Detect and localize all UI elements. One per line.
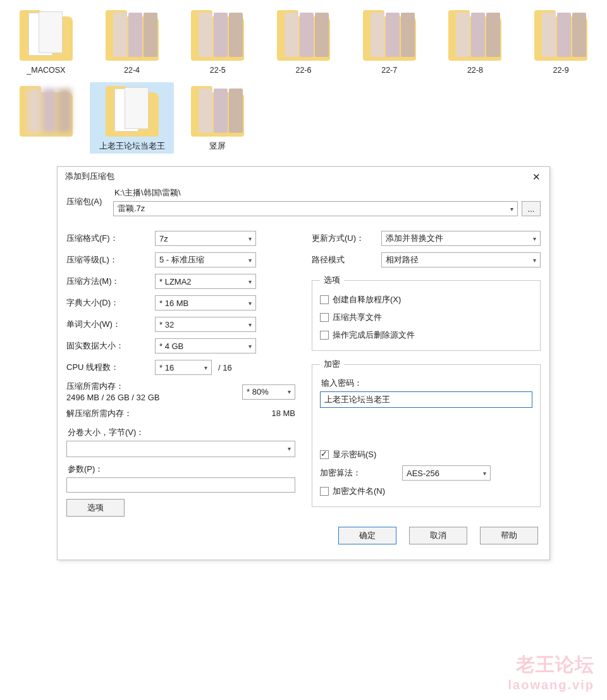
options-button[interactable]: 选项	[66, 499, 125, 517]
dict-label: 字典大小(D)：	[66, 297, 155, 309]
folder-label: 上老王论坛当老王	[91, 142, 173, 152]
method-select[interactable]: * LZMA2▾	[155, 274, 256, 289]
shared-checkbox[interactable]	[320, 313, 329, 322]
pathmode-select[interactable]: 相对路径▾	[381, 252, 541, 267]
dialog-7zip-add: 添加到压缩包 ✕ 压缩包(A) K:\主播\韩国\雷颖\ 雷颖.7z▾ ...	[57, 166, 550, 560]
options-legend: 选项	[320, 274, 344, 286]
folder-icon	[15, 85, 78, 138]
word-select[interactable]: * 32▾	[155, 317, 256, 332]
algo-label: 加密算法：	[320, 467, 402, 479]
encnames-checkbox[interactable]	[320, 487, 329, 496]
folder-item[interactable]: 22-6	[261, 6, 346, 78]
word-label: 单词大小(W)：	[66, 319, 155, 330]
pwd-input[interactable]: 上老王论坛当老王	[320, 391, 532, 408]
folder-icon	[272, 9, 335, 62]
split-label: 分卷大小，字节(V)：	[68, 427, 295, 438]
dict-select[interactable]: * 16 MB▾	[155, 295, 256, 310]
folder-icon	[186, 85, 249, 138]
folder-item[interactable]: 22-8	[433, 6, 518, 78]
folder-label: 竖屏	[176, 142, 259, 152]
help-button[interactable]: 帮助	[480, 527, 538, 544]
folder-item[interactable]	[4, 82, 89, 154]
folder-label: 22-4	[91, 66, 173, 76]
threads-total: / 16	[218, 363, 232, 372]
archive-label: 压缩包(A)	[66, 196, 113, 207]
folder-item[interactable]: _MACOSX	[4, 6, 89, 78]
threads-label: CPU 线程数：	[66, 362, 155, 373]
right-column: 更新方式(U)： 添加并替换文件▾ 路径模式 相对路径▾ 选项 创建自释放程序(…	[312, 228, 541, 520]
update-select[interactable]: 添加并替换文件▾	[381, 231, 541, 246]
params-input[interactable]	[66, 477, 295, 493]
mem-pack-value: 2496 MB / 26 GB / 32 GB	[66, 392, 159, 403]
folder-label: 22-6	[262, 66, 345, 76]
folder-item[interactable]: 22-7	[347, 6, 432, 78]
mem-pct-select[interactable]: * 80%▾	[242, 384, 295, 400]
folder-item[interactable]: 竖屏	[175, 82, 260, 154]
folder-item[interactable]: 22-9	[518, 6, 603, 78]
folder-icon	[358, 9, 421, 62]
folder-icon	[529, 9, 592, 62]
folder-label: 22-7	[348, 66, 431, 76]
sfx-label: 创建自释放程序(X)	[333, 294, 401, 305]
ok-button[interactable]: 确定	[338, 527, 396, 544]
showpwd-checkbox[interactable]	[320, 450, 329, 459]
close-icon[interactable]: ✕	[530, 172, 543, 181]
folder-label: _MACOSX	[5, 66, 87, 76]
level-label: 压缩等级(L)：	[66, 254, 155, 266]
folder-label: 22-9	[520, 66, 602, 76]
algo-select[interactable]: AES-256▾	[402, 465, 491, 481]
folder-label: 22-8	[434, 66, 517, 76]
encrypt-legend: 加密	[320, 359, 344, 370]
folder-item[interactable]: 上老王论坛当老王	[90, 82, 175, 154]
cancel-button[interactable]: 取消	[409, 527, 467, 544]
folder-item[interactable]: 22-5	[175, 6, 260, 78]
solid-select[interactable]: * 4 GB▾	[155, 338, 256, 353]
showpwd-label: 显示密码(S)	[333, 449, 376, 460]
folder-grid: _MACOSX22-422-522-622-722-822-9上老王论坛当老王竖…	[0, 0, 607, 166]
mem-unpack-label: 解压缩所需内存：	[66, 408, 132, 419]
delete-label: 操作完成后删除源文件	[333, 329, 415, 341]
method-label: 压缩方法(M)：	[66, 276, 155, 287]
encnames-label: 加密文件名(N)	[333, 486, 385, 497]
folder-icon	[15, 9, 78, 62]
button-bar: 确定 取消 帮助	[66, 520, 541, 553]
left-column: 压缩格式(F)： 7z▾ 压缩等级(L)： 5 - 标准压缩▾ 压缩方法(M)：…	[66, 228, 295, 520]
folder-icon	[186, 9, 249, 62]
encrypt-fieldset: 加密 输入密码： 上老王论坛当老王 显示密码(S) 加密算法： AES-256▾…	[312, 359, 541, 507]
titlebar: 添加到压缩包 ✕	[58, 167, 549, 185]
level-select[interactable]: 5 - 标准压缩▾	[155, 252, 256, 267]
folder-icon	[101, 9, 164, 62]
archive-path: K:\主播\韩国\雷颖\	[113, 187, 541, 199]
split-select[interactable]: ▾	[66, 441, 295, 457]
options-fieldset: 选项 创建自释放程序(X) 压缩共享文件 操作完成后删除源文件	[312, 274, 541, 351]
folder-item[interactable]: 22-4	[90, 6, 175, 78]
folder-icon	[443, 9, 506, 62]
mem-pack-label: 压缩所需内存：	[66, 381, 159, 392]
format-select[interactable]: 7z▾	[155, 231, 256, 246]
mem-unpack-value: 18 MB	[271, 408, 295, 419]
threads-select[interactable]: * 16▾	[155, 360, 212, 375]
shared-label: 压缩共享文件	[333, 312, 382, 323]
format-label: 压缩格式(F)：	[66, 233, 155, 244]
params-label: 参数(P)：	[68, 464, 295, 475]
pathmode-label: 路径模式	[312, 254, 381, 266]
sfx-checkbox[interactable]	[320, 295, 329, 304]
update-label: 更新方式(U)：	[312, 233, 381, 244]
folder-icon	[101, 85, 164, 138]
delete-checkbox[interactable]	[320, 331, 329, 340]
browse-button[interactable]: ...	[522, 201, 541, 216]
pwd-label: 输入密码：	[321, 378, 532, 389]
archive-filename-input[interactable]: 雷颖.7z▾	[113, 201, 518, 216]
solid-label: 固实数据大小：	[66, 340, 155, 352]
dialog-title: 添加到压缩包	[65, 171, 114, 182]
folder-label: 22-5	[176, 66, 259, 76]
